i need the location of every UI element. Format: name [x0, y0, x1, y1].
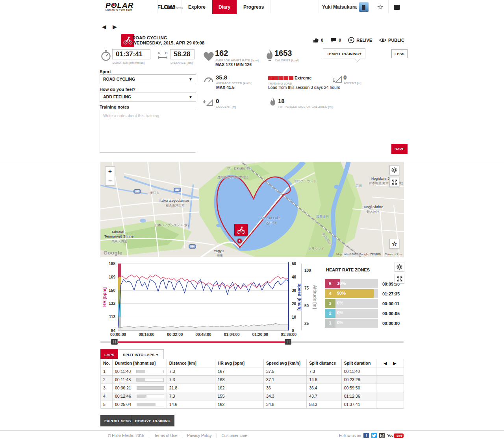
zone-percentage: 0%	[337, 301, 343, 305]
lap-distance: 21.8	[167, 384, 215, 392]
laps-header[interactable]: No.	[101, 359, 113, 367]
favorites-button[interactable]: ☆	[372, 0, 388, 14]
laps-prev-page-arrow[interactable]: ◀	[384, 361, 387, 365]
terms-link[interactable]: Terms of Use	[149, 433, 182, 438]
remove-training-button[interactable]: REMOVE TRAINING	[131, 415, 174, 426]
tab-feed[interactable]: Feed	[158, 0, 182, 14]
laps-header[interactable]: Speed avg [km/h]	[264, 359, 307, 367]
zone-row-2[interactable]: 20%00:00:05	[325, 309, 404, 318]
zone-row-1[interactable]: 10%00:00:00	[325, 319, 404, 328]
laps-header[interactable]: Split duration	[341, 359, 376, 367]
lap-hr-avg: 162	[215, 384, 263, 392]
laps-next-page-arrow[interactable]: ▶	[393, 361, 397, 365]
laps-header[interactable]: HR avg [bpm]	[215, 359, 263, 367]
map-zoom-in-button[interactable]: +	[105, 166, 115, 176]
fat-pct-label: FAT PERCENTAGE OF CALORIES [%]	[278, 105, 333, 109]
thumbs-up-icon	[313, 37, 319, 43]
like-button[interactable]: 0	[313, 37, 323, 43]
slider-handle-right[interactable]	[285, 339, 291, 345]
sport-dropdown[interactable]: ROAD CYCLING ▼	[100, 74, 196, 84]
follow-us-label: Follow us on	[339, 433, 361, 438]
customer-care-link[interactable]: Customer care	[217, 433, 252, 438]
lap-speed-avg: 37.1	[264, 376, 307, 384]
lap-row-2[interactable]: 200:11:487.316837.114.600:23:28	[101, 376, 404, 384]
section-divider	[0, 161, 504, 161]
zone-bar: 0%	[335, 309, 378, 318]
star-icon: ☆	[377, 3, 383, 11]
slider-handle-left[interactable]	[111, 339, 118, 345]
footer: © Polar Electro 2015 Terms of Use Privac…	[0, 430, 504, 439]
svg-text:00:16:00: 00:16:00	[139, 332, 154, 337]
laps-header[interactable]: Duration [hh:mm:ss]	[112, 359, 167, 367]
instagram-icon[interactable]	[379, 433, 385, 438]
distance-value[interactable]: 58.28	[170, 49, 195, 59]
svg-text:0: 0	[292, 328, 294, 333]
lap-no: 2	[101, 376, 113, 384]
lap-row-3[interactable]: 300:36:2121.81623636.400:59:50	[101, 384, 404, 392]
zone-row-5[interactable]: 510%00:09:50	[325, 279, 404, 288]
lap-split-distance: 14.6	[307, 376, 342, 384]
polar-logo[interactable]: POLAR LISTENS TO YOUR BODY	[106, 2, 153, 11]
chart-fullscreen-button[interactable]	[395, 274, 404, 284]
tab-laps[interactable]: LAPS	[100, 349, 118, 360]
lap-distance: 14.6	[167, 400, 215, 409]
svg-text:50: 50	[292, 262, 296, 266]
tab-split-into-laps[interactable]: SPLIT INTO LAPS ▼	[118, 349, 164, 360]
svg-text:HR [bpm]: HR [bpm]	[102, 287, 107, 307]
lap-row-1[interactable]: 100:11:407.316737.57.300:11:40	[101, 367, 404, 376]
twitter-icon[interactable]	[371, 433, 377, 438]
lap-speed-avg: 34.3	[264, 392, 307, 400]
chart-settings-button[interactable]	[395, 262, 404, 272]
route-map[interactable]: 第一石鹸(株) 本社渡良瀬遊水地谷中村跡初民クラウンドNogidaini JHS…	[100, 162, 404, 257]
lap-split-distance: 36.4	[307, 384, 342, 392]
zone-percentage: 10%	[337, 281, 346, 286]
map-attribution: Map data ©2015 Google, ZENRINTerms of Us…	[336, 253, 402, 256]
nav-user-area: Yuki Matsukura ☆	[319, 0, 405, 14]
duration-value[interactable]: 01:37:41	[112, 49, 150, 59]
map-fullscreen-button[interactable]	[389, 177, 399, 187]
map-terms-link[interactable]: Terms of Use	[385, 253, 402, 256]
tab-progress[interactable]: Progress	[237, 0, 271, 14]
tab-diary[interactable]: Diary	[212, 0, 237, 14]
lap-row-5[interactable]: 500:25:0414.616234.858.301:37:41	[101, 400, 404, 409]
visibility-button[interactable]: PUBLIC	[379, 38, 404, 42]
youtube-icon[interactable]: YouTube	[387, 433, 404, 438]
comment-button[interactable]: 0	[330, 38, 341, 43]
lap-marker-badge[interactable]: 5	[237, 238, 243, 244]
map-settings-button[interactable]	[389, 165, 399, 175]
logo-lar: LAR	[117, 1, 133, 9]
chart-range-slider	[100, 339, 404, 345]
user-menu[interactable]: Yuki Matsukura	[319, 0, 372, 14]
zone-number: 5	[325, 279, 335, 288]
training-benefit-bubble[interactable]: TEMPO TRAINING+	[323, 48, 365, 59]
save-button[interactable]: SAVE	[391, 144, 408, 154]
lap-no: 1	[101, 367, 113, 376]
polar-flow-page: POLAR LISTENS TO YOUR BODY FLOW beta Fee…	[0, 0, 504, 439]
avatar	[359, 2, 369, 12]
avg-hr-label: AVERAGE HEART RATE [bpm]	[215, 59, 259, 62]
feeling-dropdown[interactable]: ADD FEELING ▼	[100, 92, 196, 102]
next-session-arrow[interactable]: ▶	[113, 24, 117, 30]
zone-row-3[interactable]: 30%00:00:11	[325, 299, 404, 308]
map-zoom-out-button[interactable]: −	[105, 176, 115, 186]
training-load-block	[268, 76, 273, 80]
less-button[interactable]: LESS	[391, 49, 408, 58]
svg-text:B: B	[165, 51, 168, 55]
zone-row-4[interactable]: 490%01:27:35	[325, 289, 404, 298]
training-load-block	[273, 76, 278, 80]
messages-button[interactable]	[388, 0, 405, 14]
route-marker[interactable]	[234, 224, 248, 236]
copyright-text: © Polar Electro 2015	[103, 433, 149, 438]
privacy-link[interactable]: Privacy Policy	[182, 433, 217, 438]
map-favorite-button[interactable]: ☆	[389, 239, 399, 249]
relive-button[interactable]: RELIVE	[348, 37, 372, 43]
facebook-icon[interactable]: f	[363, 433, 369, 438]
laps-header[interactable]: Distance [km]	[167, 359, 215, 367]
prev-session-arrow[interactable]: ◀	[102, 24, 106, 30]
training-load-block	[284, 76, 288, 80]
lap-split-distance: 7.3	[307, 367, 342, 376]
tab-explore[interactable]: Explore	[182, 0, 212, 14]
laps-header[interactable]: Split distance	[307, 359, 342, 367]
lap-row-4[interactable]: 400:12:467.315534.343.701:12:36	[101, 392, 404, 400]
training-notes-input[interactable]	[100, 110, 196, 153]
